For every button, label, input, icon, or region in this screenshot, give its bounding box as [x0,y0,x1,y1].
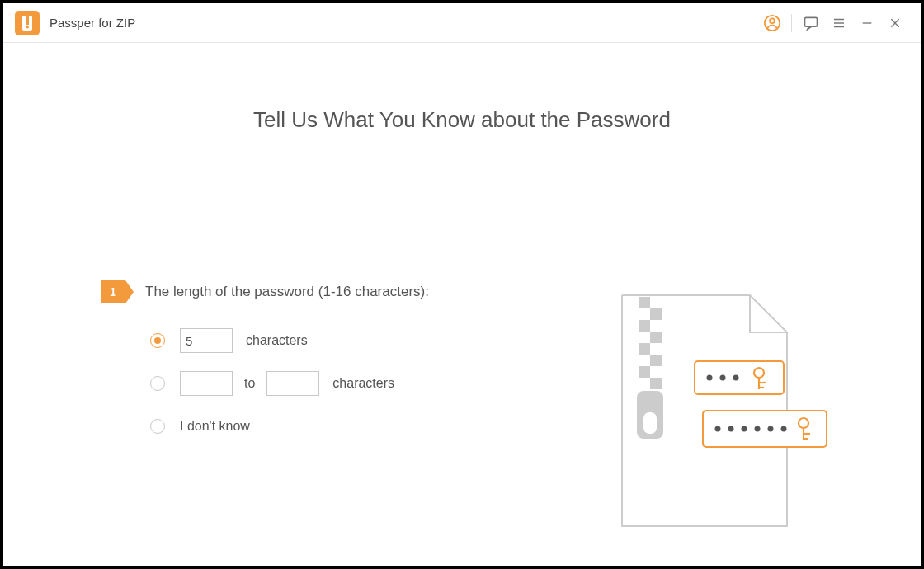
range-to-input[interactable] [266,371,319,396]
svg-point-4 [770,18,775,23]
svg-rect-13 [650,308,662,320]
app-title: Passper for ZIP [50,16,135,30]
svg-rect-30 [703,411,827,447]
svg-rect-18 [639,366,650,378]
step-number-badge: 1 [101,280,125,303]
svg-rect-16 [639,343,650,355]
option-range-length[interactable]: to characters [150,371,530,396]
range-suffix: characters [332,376,394,391]
svg-rect-5 [805,17,818,26]
range-from-input[interactable] [180,371,233,396]
svg-point-33 [742,426,747,432]
svg-point-35 [768,426,774,432]
close-button[interactable] [881,3,909,43]
svg-point-31 [715,426,721,432]
menu-icon[interactable] [825,3,853,43]
svg-rect-17 [650,355,662,366]
app-logo-icon [15,11,40,35]
minimize-button[interactable] [853,3,881,43]
svg-point-23 [707,375,713,381]
radio-exact-length[interactable] [150,333,165,348]
svg-rect-12 [639,297,650,308]
feedback-icon[interactable] [797,3,825,43]
radio-range-length[interactable] [150,376,165,391]
option-unknown-length[interactable]: I don't know [150,414,530,439]
svg-rect-21 [644,412,657,434]
svg-point-25 [733,375,739,381]
radio-unknown-length[interactable] [150,419,165,434]
step-text: The length of the password (1-16 charact… [145,284,429,300]
svg-rect-19 [650,378,662,389]
svg-point-24 [720,375,726,381]
zip-illustration [614,287,828,538]
svg-point-32 [728,426,734,432]
separator [791,14,792,32]
unknown-length-label: I don't know [180,419,250,434]
exact-length-input[interactable] [180,328,233,353]
page-heading: Tell Us What You Know about the Password [36,107,888,133]
svg-point-36 [781,426,787,432]
svg-point-2 [26,25,29,28]
titlebar: Passper for ZIP [3,3,921,43]
exact-length-suffix: characters [246,333,308,348]
account-icon[interactable] [758,3,786,43]
option-exact-length[interactable]: characters [150,328,530,353]
svg-rect-14 [639,320,650,332]
svg-point-34 [755,426,761,432]
svg-rect-1 [26,16,29,25]
range-to-word: to [244,376,255,391]
svg-rect-15 [650,332,662,343]
